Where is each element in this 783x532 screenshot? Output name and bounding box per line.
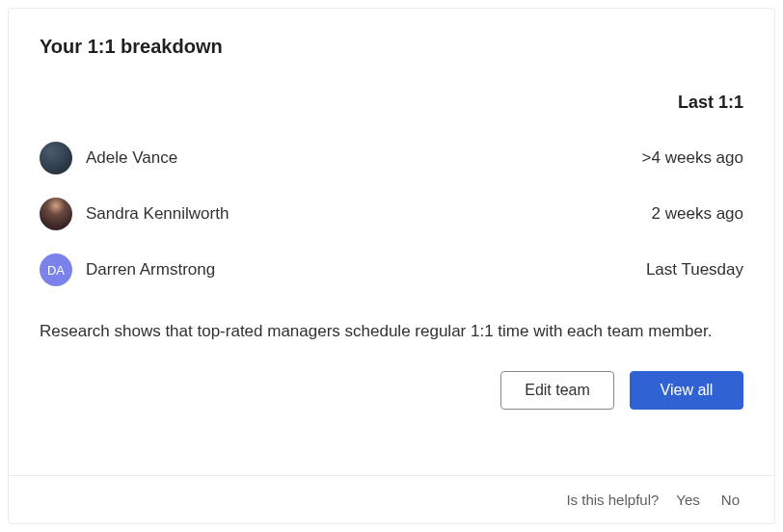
person-name: Adele Vance bbox=[86, 148, 177, 168]
avatar bbox=[40, 198, 72, 230]
person-row: DA Darren Armstrong Last Tuesday bbox=[40, 242, 743, 298]
person-last-time: Last Tuesday bbox=[646, 260, 743, 279]
feedback-yes-button[interactable]: Yes bbox=[672, 490, 703, 510]
card-body: Your 1:1 breakdown Last 1:1 Adele Vance … bbox=[9, 9, 774, 475]
one-on-one-breakdown-card: Your 1:1 breakdown Last 1:1 Adele Vance … bbox=[8, 8, 775, 524]
person-left: DA Darren Armstrong bbox=[40, 253, 215, 286]
feedback-prompt: Is this helpful? bbox=[566, 492, 659, 508]
person-name: Sandra Kennilworth bbox=[86, 204, 229, 224]
person-last-time: 2 weeks ago bbox=[652, 204, 743, 224]
insight-text: Research shows that top-rated managers s… bbox=[40, 319, 743, 344]
card-title: Your 1:1 breakdown bbox=[40, 36, 743, 58]
person-row: Sandra Kennilworth 2 weeks ago bbox=[40, 186, 743, 242]
person-name: Darren Armstrong bbox=[86, 260, 215, 279]
view-all-button[interactable]: View all bbox=[630, 371, 743, 410]
card-actions: Edit team View all bbox=[40, 371, 743, 410]
feedback-no-button[interactable]: No bbox=[717, 490, 743, 510]
avatar bbox=[40, 142, 72, 174]
list-header: Last 1:1 bbox=[40, 93, 743, 113]
edit-team-button[interactable]: Edit team bbox=[500, 371, 614, 410]
card-footer: Is this helpful? Yes No bbox=[9, 475, 774, 523]
person-left: Adele Vance bbox=[40, 142, 177, 174]
person-left: Sandra Kennilworth bbox=[40, 198, 229, 230]
person-last-time: >4 weeks ago bbox=[642, 148, 743, 168]
person-row: Adele Vance >4 weeks ago bbox=[40, 130, 743, 186]
avatar: DA bbox=[40, 253, 72, 286]
column-header-last: Last 1:1 bbox=[678, 93, 743, 113]
